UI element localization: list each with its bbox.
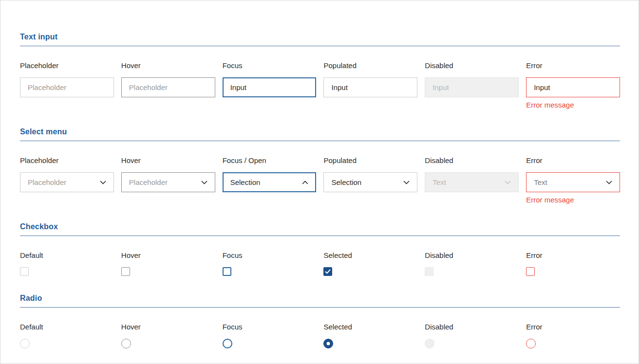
radio-hover[interactable] — [121, 339, 131, 348]
radio-selected[interactable] — [323, 339, 333, 348]
select-value: Text — [534, 178, 547, 186]
radio-disabled — [425, 339, 434, 348]
state-label: Hover — [121, 251, 215, 260]
text-input-error[interactable] — [526, 77, 620, 97]
state-label: Disabled — [425, 61, 519, 70]
state-cell: Populated — [323, 61, 417, 109]
section-divider — [20, 307, 620, 308]
state-cell: Hover — [121, 323, 215, 348]
chevron-down-icon — [505, 181, 511, 184]
section-radio: Radio Default Hover Focus Selected Disab… — [20, 294, 620, 348]
text-input-placeholder[interactable] — [20, 77, 114, 97]
states-row: Placeholder Hover Focus Populated Disabl… — [20, 61, 620, 109]
state-cell: Default — [20, 323, 114, 348]
state-cell: Hover Placeholder — [121, 156, 215, 204]
text-input-populated[interactable] — [323, 77, 417, 97]
checkbox-default[interactable] — [20, 267, 29, 276]
chevron-down-icon — [403, 181, 410, 184]
state-label: Error — [526, 323, 620, 331]
error-message: Error message — [526, 101, 620, 109]
text-input-hover[interactable] — [121, 77, 215, 97]
text-input-disabled — [425, 77, 519, 97]
select-error[interactable]: Text — [526, 172, 620, 192]
select-placeholder[interactable]: Placeholder — [20, 172, 114, 192]
state-cell: Disabled — [425, 251, 519, 276]
text-input-focus[interactable] — [223, 77, 317, 97]
state-label: Placeholder — [20, 156, 114, 165]
section-divider — [20, 141, 620, 141]
section-select-menu: Select menu Placeholder Placeholder Hove… — [20, 127, 620, 204]
checkbox-error[interactable] — [526, 267, 535, 276]
select-focus-open[interactable]: Selection — [223, 172, 317, 192]
select-value: Selection — [331, 178, 361, 186]
section-divider — [20, 236, 620, 236]
state-label: Hover — [121, 156, 215, 165]
state-cell: Placeholder Placeholder — [20, 156, 114, 204]
state-label: Selected — [323, 323, 417, 331]
state-label: Disabled — [425, 156, 519, 165]
states-row: Default Hover Focus Selected Disabled Er… — [20, 251, 620, 276]
checkbox-selected[interactable] — [323, 267, 332, 276]
state-label: Focus — [223, 251, 317, 260]
state-cell: Default — [20, 251, 114, 276]
section-title: Select menu — [20, 127, 620, 136]
state-cell: Selected — [323, 323, 417, 348]
select-value: Selection — [230, 178, 261, 186]
state-label: Placeholder — [20, 61, 114, 70]
state-cell: Disabled — [425, 323, 519, 348]
radio-focus[interactable] — [223, 339, 232, 348]
state-label: Populated — [323, 61, 417, 70]
state-label: Hover — [121, 323, 215, 331]
section-text-input: Text input Placeholder Hover Focus Popul… — [20, 33, 620, 109]
state-cell: Error Text Error message — [526, 156, 620, 204]
state-cell: Populated Selection — [323, 156, 417, 204]
chevron-down-icon — [100, 181, 106, 184]
states-row: Default Hover Focus Selected Disabled Er… — [20, 323, 620, 348]
state-label: Disabled — [425, 251, 519, 260]
section-checkbox: Checkbox Default Hover Focus Selected Di… — [20, 222, 620, 276]
checkmark-icon — [325, 269, 331, 274]
chevron-down-icon — [606, 181, 612, 184]
select-hover[interactable]: Placeholder — [121, 172, 215, 192]
error-message: Error message — [526, 196, 620, 204]
state-cell: Focus — [223, 323, 317, 348]
select-disabled: Text — [425, 172, 519, 192]
checkbox-hover[interactable] — [121, 267, 130, 276]
state-label: Error — [526, 156, 620, 165]
states-row: Placeholder Placeholder Hover Placeholde… — [20, 156, 620, 204]
state-label: Focus — [223, 61, 317, 70]
state-label: Error — [526, 251, 620, 260]
select-populated[interactable]: Selection — [323, 172, 417, 192]
state-label: Selected — [323, 251, 417, 260]
select-value: Text — [432, 178, 446, 186]
state-cell: Focus — [223, 251, 317, 276]
chevron-down-icon — [201, 181, 207, 184]
state-label: Populated — [323, 156, 417, 165]
radio-default[interactable] — [20, 339, 30, 348]
checkbox-focus[interactable] — [223, 267, 231, 276]
state-cell: Hover — [121, 61, 215, 109]
state-cell: Error — [526, 251, 620, 276]
state-cell: Placeholder — [20, 61, 114, 109]
section-title: Text input — [20, 33, 620, 41]
section-title: Radio — [20, 294, 620, 303]
state-label: Focus / Open — [223, 156, 317, 165]
select-value: Placeholder — [28, 178, 66, 186]
state-label: Default — [20, 323, 114, 331]
section-divider — [20, 46, 620, 46]
state-label: Disabled — [425, 323, 519, 331]
state-cell: Hover — [121, 251, 215, 276]
state-label: Focus — [223, 323, 317, 331]
radio-error[interactable] — [526, 339, 536, 348]
state-cell: Focus / Open Selection — [223, 156, 317, 204]
checkbox-disabled — [425, 267, 433, 276]
state-cell: Error — [526, 323, 620, 348]
state-cell: Selected — [323, 251, 417, 276]
state-label: Error — [526, 61, 620, 70]
chevron-up-icon — [302, 181, 308, 184]
state-cell: Focus — [223, 61, 317, 109]
state-cell: Disabled Text — [425, 156, 519, 204]
state-label: Hover — [121, 61, 215, 70]
state-cell: Error Error message — [526, 61, 620, 109]
state-cell: Disabled — [425, 61, 519, 109]
